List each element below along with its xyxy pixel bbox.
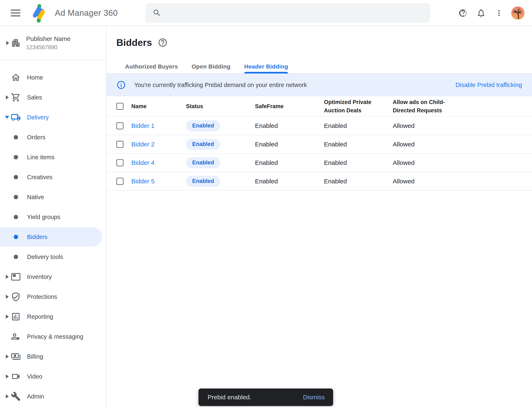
table-row[interactable]: Bidder 4 Enabled Enabled Enabled Allowed bbox=[106, 154, 532, 172]
safeframe-value: Enabled bbox=[255, 141, 324, 148]
column-header-optimized-private-auction-deals: Optimized Private Auction Deals bbox=[324, 98, 383, 115]
sidebar-item-billing[interactable]: Billing bbox=[0, 347, 106, 367]
expand-sales-icon bbox=[6, 95, 9, 100]
sidebar-item-creatives[interactable]: Creatives bbox=[0, 167, 106, 187]
shopping-cart-icon bbox=[11, 92, 21, 102]
opad-value: Enabled bbox=[324, 122, 393, 129]
status-badge: Enabled bbox=[186, 139, 220, 150]
bidder-link[interactable]: Bidder 1 bbox=[131, 122, 186, 129]
tab-bar: Authorized Buyers Open Bidding Header Bi… bbox=[106, 60, 532, 73]
notifications-icon[interactable] bbox=[472, 4, 490, 22]
safeframe-value: Enabled bbox=[255, 122, 324, 129]
publisher-name: Publisher Name bbox=[26, 35, 106, 42]
column-header-safeframe: SafeFrame bbox=[255, 103, 324, 110]
bidder-link[interactable]: Bidder 4 bbox=[131, 159, 186, 166]
sidebar-item-yield-groups[interactable]: Yield groups bbox=[0, 207, 106, 227]
user-avatar[interactable] bbox=[511, 7, 524, 20]
tab-authorized-buyers[interactable]: Authorized Buyers bbox=[125, 60, 178, 73]
top-app-bar: Ad Manager 360 bbox=[0, 0, 532, 26]
column-header-status: Status bbox=[186, 103, 255, 110]
expand-video-icon bbox=[6, 374, 9, 379]
sidebar-item-native[interactable]: Native bbox=[0, 187, 106, 207]
sidebar-item-home[interactable]: Home bbox=[0, 68, 106, 87]
person-privacy-icon bbox=[11, 332, 21, 342]
row-checkbox[interactable] bbox=[116, 122, 123, 129]
page-title: Bidders bbox=[116, 37, 152, 48]
page-header: Bidders bbox=[116, 36, 168, 49]
banner-message: You're currently trafficking Prebid dema… bbox=[134, 82, 307, 88]
column-header-name: Name bbox=[131, 103, 186, 110]
ad-manager-logo-icon bbox=[31, 4, 50, 23]
app-title: Ad Manager 360 bbox=[55, 8, 118, 18]
tab-open-bidding[interactable]: Open Bidding bbox=[192, 60, 230, 73]
expand-billing-icon bbox=[6, 354, 9, 359]
building-icon bbox=[11, 38, 21, 48]
search-icon bbox=[153, 8, 161, 17]
status-badge: Enabled bbox=[186, 120, 220, 132]
ad-unit-icon bbox=[11, 272, 21, 282]
info-icon bbox=[116, 80, 126, 90]
bidder-link[interactable]: Bidder 2 bbox=[131, 141, 186, 148]
row-checkbox[interactable] bbox=[116, 178, 123, 185]
banknote-icon bbox=[11, 352, 21, 361]
tab-header-bidding[interactable]: Header Bidding bbox=[244, 60, 288, 73]
bullet-icon bbox=[14, 215, 18, 219]
dismiss-button[interactable]: Dismiss bbox=[303, 394, 325, 401]
shield-check-icon bbox=[11, 292, 21, 302]
select-all-checkbox[interactable] bbox=[116, 103, 123, 110]
table-row[interactable]: Bidder 2 Enabled Enabled Enabled Allowed bbox=[106, 135, 532, 154]
sidebar-item-line-items[interactable]: Line items bbox=[0, 147, 106, 167]
bullet-icon bbox=[14, 255, 18, 259]
row-checkbox[interactable] bbox=[116, 159, 123, 166]
sidebar: Publisher Name 1234567890 Home Sales Del… bbox=[0, 26, 106, 407]
table-row[interactable]: Bidder 1 Enabled Enabled Enabled Allowed bbox=[106, 117, 532, 135]
main-content: Bidders Authorized Buyers Open Bidding H… bbox=[106, 26, 532, 407]
expand-publisher-icon bbox=[6, 41, 9, 45]
hamburger-menu-icon[interactable] bbox=[11, 9, 20, 16]
page-help-icon[interactable] bbox=[158, 38, 168, 47]
bullet-icon bbox=[14, 155, 18, 159]
child-directed-value: Allowed bbox=[393, 122, 532, 129]
sidebar-item-reporting[interactable]: Reporting bbox=[0, 307, 106, 327]
child-directed-value: Allowed bbox=[393, 178, 532, 185]
bullet-icon bbox=[14, 195, 18, 199]
global-search[interactable] bbox=[145, 3, 430, 23]
toast-message: Prebid enabled. bbox=[208, 394, 251, 401]
sidebar-item-sales[interactable]: Sales bbox=[0, 87, 106, 107]
row-checkbox[interactable] bbox=[116, 141, 123, 148]
sidebar-item-video[interactable]: Video bbox=[0, 367, 106, 386]
opad-value: Enabled bbox=[324, 141, 393, 148]
opad-value: Enabled bbox=[324, 159, 393, 166]
sidebar-item-delivery-tools[interactable]: Delivery tools bbox=[0, 247, 106, 267]
sidebar-item-inventory[interactable]: Inventory bbox=[0, 267, 106, 287]
sidebar-nav: Home Sales Delivery Orders Line items bbox=[0, 61, 106, 407]
status-badge: Enabled bbox=[186, 176, 220, 187]
opad-value: Enabled bbox=[324, 178, 393, 185]
publisher-id: 1234567890 bbox=[26, 44, 106, 51]
app-logo[interactable]: Ad Manager 360 bbox=[31, 0, 118, 26]
more-vert-icon[interactable] bbox=[490, 4, 508, 22]
expand-protections-icon bbox=[6, 295, 9, 299]
collapse-delivery-icon bbox=[5, 116, 9, 119]
bidder-link[interactable]: Bidder 5 bbox=[131, 178, 186, 185]
bullet-icon bbox=[14, 235, 18, 239]
bidders-table: Name Status SafeFrame Optimized Private … bbox=[106, 96, 532, 191]
status-badge: Enabled bbox=[186, 157, 220, 168]
home-icon bbox=[11, 72, 21, 82]
sidebar-item-orders[interactable]: Orders bbox=[0, 127, 106, 147]
sidebar-item-privacy-messaging[interactable]: Privacy & messaging bbox=[0, 327, 106, 347]
disable-prebid-trafficking-link[interactable]: Disable Prebid trafficking bbox=[456, 82, 522, 88]
table-row[interactable]: Bidder 5 Enabled Enabled Enabled Allowed bbox=[106, 172, 532, 191]
sidebar-item-admin[interactable]: Admin bbox=[0, 386, 106, 406]
info-banner: You're currently trafficking Prebid dema… bbox=[106, 73, 532, 96]
publisher-switcher[interactable]: Publisher Name 1234567890 bbox=[0, 26, 106, 60]
help-icon[interactable] bbox=[454, 4, 472, 22]
safeframe-value: Enabled bbox=[255, 159, 324, 166]
sidebar-item-delivery[interactable]: Delivery bbox=[0, 107, 106, 127]
safeframe-value: Enabled bbox=[255, 178, 324, 185]
expand-inventory-icon bbox=[6, 275, 9, 279]
wrench-icon bbox=[11, 391, 21, 401]
search-input[interactable] bbox=[167, 9, 423, 16]
sidebar-item-protections[interactable]: Protections bbox=[0, 287, 106, 307]
sidebar-item-bidders[interactable]: Bidders bbox=[0, 227, 106, 247]
